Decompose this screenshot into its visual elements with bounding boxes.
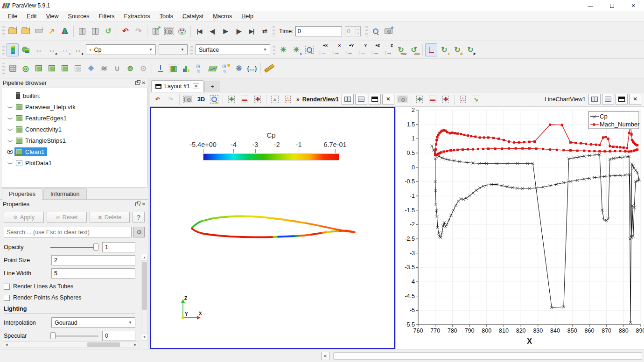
rotate-90-cw-button[interactable]: ↻+90 xyxy=(395,43,407,56)
add-camera-link-button[interactable]: + xyxy=(383,25,395,38)
point-size-input[interactable] xyxy=(51,255,135,265)
specular-value[interactable]: 0 xyxy=(102,331,135,341)
capture-view-button[interactable] xyxy=(182,93,194,106)
reset-camera-button[interactable]: ✳ xyxy=(277,43,289,56)
zoom-to-data-button[interactable] xyxy=(370,25,382,38)
toggle-orientation-axes-button[interactable] xyxy=(425,43,437,56)
visibility-off-eye-icon[interactable] xyxy=(5,128,14,131)
plot-over-line-button[interactable] xyxy=(207,62,219,75)
specular-slider[interactable] xyxy=(50,331,98,341)
select-cells-rect-button[interactable]: ✚ xyxy=(225,93,238,106)
toggle-color-legend-button[interactable] xyxy=(7,43,19,56)
histogram-button[interactable] xyxy=(181,62,193,75)
last-frame-button[interactable]: ▶| xyxy=(245,25,258,38)
select-points-rect-button[interactable]: ▬ xyxy=(238,93,251,106)
maximize-view-button[interactable] xyxy=(369,94,381,105)
save-state-button[interactable]: ↓ xyxy=(33,25,45,38)
spin-down-icon[interactable]: ▾ xyxy=(356,31,360,35)
stream-tracer-button[interactable]: ≋ xyxy=(98,62,110,75)
zoom-to-box-button[interactable] xyxy=(303,43,315,56)
scroll-right-icon[interactable]: ▶ xyxy=(132,343,139,347)
camera-undo-button[interactable]: ↶ xyxy=(152,93,164,106)
search-options-gear-icon[interactable]: ⚙ xyxy=(133,227,145,237)
pipeline-item-paraview-help-vtk[interactable]: Paraview_Help.vtk xyxy=(1,101,147,112)
split-vertical-button[interactable] xyxy=(355,94,367,105)
plot-selection-over-time-button[interactable] xyxy=(220,62,232,75)
menu-filters[interactable]: Filters xyxy=(94,12,119,21)
render-view-title[interactable]: RenderView1 xyxy=(302,96,339,103)
abort-progress-button[interactable]: ✕ xyxy=(321,352,329,360)
layout-tab[interactable]: Layout #1 ✕ xyxy=(151,80,203,92)
properties-vertical-scrollbar[interactable]: ▲ ▼ xyxy=(141,254,148,341)
show-center-button[interactable]: ↻● xyxy=(438,43,450,56)
pick-center-button[interactable]: ↻➤ xyxy=(464,43,476,56)
interpolation-combo[interactable]: Gouraud▼ xyxy=(51,317,135,328)
capture-screenshot-button[interactable]: ↗ xyxy=(46,25,58,38)
redo-button[interactable]: ↷ xyxy=(133,25,145,38)
line-width-input[interactable] xyxy=(51,268,135,278)
group-datasets-button[interactable]: ⊚ xyxy=(124,62,136,75)
menu-sources[interactable]: Sources xyxy=(64,12,94,21)
pipeline-item-featureedges1[interactable]: FeatureEdges1 xyxy=(1,112,147,124)
split-horizontal-button[interactable] xyxy=(342,94,354,105)
close-view-button[interactable]: ✕ xyxy=(629,94,641,105)
set-view-minus-z-button[interactable]: ↑→-Z xyxy=(382,43,394,56)
rotate-90-ccw-button[interactable]: ↺-90 xyxy=(408,43,420,56)
visibility-off-eye-icon[interactable] xyxy=(5,139,14,142)
pipeline-item-connectivity1[interactable]: Connectivity1 xyxy=(1,124,147,135)
apply-button[interactable]: ⚙Apply xyxy=(4,212,44,223)
color-palette-button[interactable] xyxy=(176,25,188,38)
loop-button[interactable]: ⇄ xyxy=(259,25,271,38)
camera-redo-button[interactable]: ↷ xyxy=(165,93,177,106)
undo-button[interactable]: ↶ xyxy=(119,25,132,38)
spin-up-icon[interactable]: ▴ xyxy=(356,28,360,31)
menu-help[interactable]: Help xyxy=(237,12,258,21)
scroll-up-icon[interactable]: ▲ xyxy=(141,254,147,261)
set-view-minus-y-button[interactable]: ↑→-Y xyxy=(356,43,368,56)
probe-location-button[interactable] xyxy=(154,62,167,75)
maximize-button[interactable] xyxy=(601,0,623,11)
menu-tools[interactable]: Tools xyxy=(155,12,177,21)
time-input[interactable] xyxy=(295,26,342,36)
close-view-button[interactable]: ✕ xyxy=(382,94,394,105)
start-selection-button[interactable]: ✚ xyxy=(413,93,426,106)
properties-horizontal-scrollbar[interactable]: ◀ ▶ xyxy=(3,341,139,348)
opacity-value[interactable]: 1 xyxy=(102,242,135,252)
representation-combo[interactable]: Surface▼ xyxy=(196,44,270,55)
extract-subset-button[interactable] xyxy=(72,62,84,75)
visibility-off-eye-icon[interactable] xyxy=(5,117,14,119)
visibility-on-eye-icon[interactable] xyxy=(5,150,14,154)
remove-selection-button[interactable]: ▬ xyxy=(427,93,439,106)
pipeline-item-trianglestrips1[interactable]: TriangleStrips1 xyxy=(1,135,147,146)
pipeline-item-plotdata1[interactable]: ≈PlotData1 xyxy=(1,157,147,168)
rescale-data-range-button[interactable]: ↔ xyxy=(33,43,45,56)
float-panel-icon[interactable] xyxy=(135,81,140,85)
pipeline-item-builtin-[interactable]: builtin: xyxy=(1,90,147,101)
previous-frame-button[interactable]: ◀| xyxy=(206,25,218,38)
plot-over-time-button[interactable] xyxy=(194,62,206,75)
first-frame-button[interactable]: |◀ xyxy=(193,25,205,38)
zoom-to-box-button[interactable] xyxy=(208,93,220,106)
toolbar-overflow-chevron[interactable]: » xyxy=(296,96,300,103)
set-view-plus-z-button[interactable]: ↑→+Z xyxy=(369,43,381,56)
opacity-slider[interactable] xyxy=(50,243,98,252)
glyph-filter-button[interactable]: ❖ xyxy=(85,62,97,75)
component-combo[interactable]: ▼ xyxy=(159,44,188,55)
split-vertical-button[interactable] xyxy=(602,94,614,105)
line-chart[interactable]: 7607707807908008108208308408508608708808… xyxy=(396,107,644,348)
color-array-combo[interactable]: ●Cp▼ xyxy=(86,44,156,55)
render-lines-as-tubes-checkbox[interactable] xyxy=(4,284,10,290)
set-view-minus-x-button[interactable]: ↑→-X xyxy=(329,43,342,56)
add-selection-button[interactable]: ✚ xyxy=(440,93,452,106)
calculator-filter-button[interactable] xyxy=(7,62,19,75)
render-points-as-spheres-checkbox[interactable] xyxy=(4,295,10,301)
select-points-polygon-button[interactable]: ∴ xyxy=(282,93,294,106)
ruler-button[interactable] xyxy=(263,62,275,75)
open-file-button[interactable]: ↑ xyxy=(7,25,19,38)
extract-level-button[interactable]: ⊙ xyxy=(137,62,149,75)
menu-edit[interactable]: Edit xyxy=(22,12,41,21)
rescale-custom-range-button[interactable]: ↔c xyxy=(46,43,58,56)
next-frame-button[interactable]: |▶ xyxy=(232,25,245,38)
help-button[interactable]: ? xyxy=(133,212,145,223)
python-calculator-button[interactable]: {…} xyxy=(246,62,258,75)
